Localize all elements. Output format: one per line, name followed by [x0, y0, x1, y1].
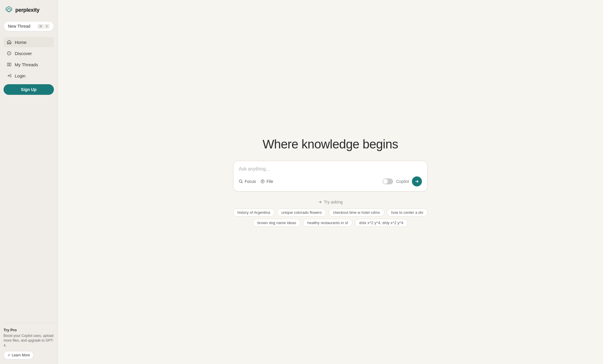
search-container: Focus File Copilot [233, 161, 428, 191]
search-right-actions: Copilot [382, 176, 422, 186]
arrow-right-icon [415, 179, 419, 183]
search-input[interactable] [239, 166, 422, 175]
sidebar: perplexity New Thread ⌘ K Home [0, 0, 58, 364]
new-thread-shortcut: ⌘ K [38, 24, 49, 29]
signup-button[interactable]: Sign Up [4, 84, 54, 95]
suggestion-center-div[interactable]: how to center a div [387, 209, 428, 216]
copilot-toggle[interactable] [382, 178, 393, 184]
focus-button[interactable]: Focus [239, 178, 256, 185]
try-asking-icon [318, 200, 322, 204]
try-pro-title: Try Pro [4, 328, 54, 332]
suggestion-math[interactable]: d/dx x^2 y^4, d/dy x^2 y^4 [355, 219, 408, 227]
compass-icon [6, 51, 12, 56]
threads-icon [6, 62, 12, 67]
search-left-actions: Focus File [239, 178, 273, 185]
suggestion-history-argentina[interactable]: history of Argentina [233, 209, 274, 216]
search-actions: Focus File Copilot [239, 176, 422, 186]
sidebar-item-my-threads-label: My Threads [15, 62, 38, 67]
suggestion-rows: history of Argentina unique colorado flo… [233, 209, 428, 227]
sidebar-item-login-label: Login [15, 73, 26, 78]
copilot-label: Copilot [396, 179, 409, 184]
new-thread-button[interactable]: New Thread ⌘ K [4, 21, 54, 31]
learn-more-button[interactable]: ↗ Learn More [4, 351, 34, 359]
try-asking-section: Try asking history of Argentina unique c… [233, 200, 428, 227]
suggestion-restaurants-sf[interactable]: healthy restaurants in sf [303, 219, 352, 227]
shortcut-k: K [44, 24, 49, 29]
shortcut-cmd: ⌘ [38, 24, 44, 29]
try-asking-label: Try asking [233, 200, 428, 204]
file-button[interactable]: File [261, 178, 273, 185]
login-icon [6, 73, 12, 78]
nav-items: Home Discover My Threads [4, 37, 54, 323]
learn-more-label: Learn More [12, 353, 30, 357]
svg-rect-2 [9, 63, 11, 66]
sidebar-item-login[interactable]: Login [4, 71, 54, 81]
perplexity-logo-icon [5, 6, 13, 14]
learn-more-icon: ↗ [7, 353, 10, 357]
sidebar-item-home-label: Home [15, 40, 26, 45]
logo: perplexity [4, 5, 54, 15]
logo-text: perplexity [15, 7, 39, 13]
sidebar-item-home[interactable]: Home [4, 37, 54, 47]
suggestion-colorado-flowers[interactable]: unique colorado flowers [277, 209, 326, 216]
file-label: File [266, 179, 273, 184]
suggestion-checkout-hotel[interactable]: checkout time w hotel cdmx [329, 209, 385, 216]
try-pro-description: Boost your Copilot uses, upload more fil… [4, 333, 54, 348]
sidebar-item-discover[interactable]: Discover [4, 48, 54, 58]
suggestion-row-1: history of Argentina unique colorado flo… [233, 209, 428, 216]
hero-title: Where knowledge begins [263, 137, 398, 151]
sidebar-item-my-threads[interactable]: My Threads [4, 59, 54, 70]
sidebar-item-discover-label: Discover [15, 51, 32, 56]
svg-rect-1 [7, 63, 9, 66]
suggestion-row-2: brown dog name ideas healthy restaurants… [253, 219, 408, 227]
submit-button[interactable] [412, 176, 422, 186]
new-thread-label: New Thread [8, 24, 30, 29]
focus-label: Focus [245, 179, 256, 184]
main-content: Where knowledge begins Focus File [58, 0, 603, 364]
home-icon [6, 39, 12, 45]
file-icon [261, 179, 265, 183]
sidebar-bottom: Try Pro Boost your Copilot uses, upload … [4, 323, 54, 359]
suggestion-brown-dog[interactable]: brown dog name ideas [253, 219, 301, 227]
focus-icon [239, 179, 243, 183]
